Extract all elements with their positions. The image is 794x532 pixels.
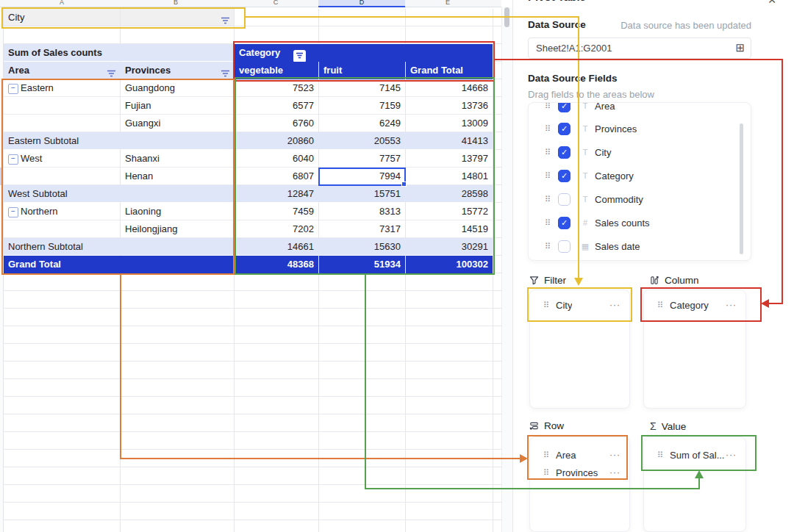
pivot-collabel-fruit[interactable]: fruit bbox=[319, 62, 405, 79]
more-options-icon[interactable]: ··· bbox=[609, 300, 620, 310]
data-source-range-input[interactable]: Sheet2!A1:G2001 ⊞ bbox=[528, 37, 751, 59]
category-filter-icon[interactable] bbox=[293, 50, 306, 62]
sigma-icon: Σ bbox=[650, 420, 657, 432]
collapse-icon[interactable]: − bbox=[8, 154, 18, 165]
more-options-icon[interactable]: ··· bbox=[726, 450, 737, 460]
field-type-icon: T bbox=[580, 102, 590, 110]
column-area-icon bbox=[650, 276, 659, 287]
panel-divider bbox=[512, 0, 513, 532]
collapse-icon[interactable]: − bbox=[8, 84, 18, 94]
filter-icon[interactable] bbox=[107, 66, 116, 79]
column-area-header: Column bbox=[650, 275, 699, 287]
selected-row-indicator bbox=[0, 168, 3, 185]
drag-handle-icon[interactable]: ⠿ bbox=[657, 450, 662, 460]
field-item-sales-date[interactable]: ⠿ ✓ ▦ Sales date bbox=[529, 237, 751, 256]
field-type-icon: T bbox=[580, 148, 590, 157]
pivot-row-field-area[interactable]: Area bbox=[4, 62, 120, 79]
selected-cell[interactable] bbox=[318, 168, 406, 186]
field-checkbox[interactable]: ✓ bbox=[558, 102, 571, 112]
panel-title: Pivot Table bbox=[528, 0, 785, 3]
field-checkbox[interactable]: ✓ bbox=[558, 170, 571, 182]
pivot-row-field-provinces[interactable]: Provinces bbox=[121, 62, 234, 79]
field-checkbox[interactable]: ✓ bbox=[558, 240, 571, 253]
filter-area-icon bbox=[529, 276, 539, 287]
annotation-orange-arrowhead bbox=[520, 454, 528, 463]
range-value[interactable]: Sheet2!A1:G2001 bbox=[536, 38, 612, 58]
field-checkbox[interactable]: ✓ bbox=[558, 193, 571, 206]
cell-city-label[interactable]: City bbox=[4, 9, 120, 26]
row-area-icon bbox=[529, 421, 539, 433]
collapse-icon[interactable]: − bbox=[8, 207, 18, 218]
filter-icon[interactable] bbox=[221, 13, 230, 26]
filter-area-header: Filter bbox=[529, 275, 566, 287]
drag-handle-icon[interactable]: ⠿ bbox=[543, 468, 548, 478]
column-item-category[interactable]: ⠿ Category ··· bbox=[644, 296, 745, 314]
drag-handle-icon[interactable]: ⠿ bbox=[545, 195, 550, 204]
value-area-header: ΣValue bbox=[650, 420, 686, 432]
field-item-sales-counts[interactable]: ⠿ ✓ # Sales counts bbox=[529, 213, 751, 232]
annotation-yellow-arrowhead bbox=[574, 278, 583, 286]
sheet-vertical-scrollbar[interactable] bbox=[501, 7, 512, 532]
filter-icon[interactable] bbox=[221, 66, 230, 79]
column-header-d[interactable]: D bbox=[354, 0, 369, 6]
column-header-e[interactable]: E bbox=[440, 0, 455, 6]
pivot-collabel-vegetable[interactable]: vegetable bbox=[235, 62, 318, 79]
gridline bbox=[493, 9, 493, 532]
drag-handle-icon[interactable]: ⠿ bbox=[545, 124, 550, 134]
annotation-red-arrowhead bbox=[761, 299, 769, 308]
field-type-icon: ▦ bbox=[580, 242, 590, 251]
app-window: A B C D E City Sum of Sales counts Categ… bbox=[0, 0, 794, 532]
drag-handle-icon[interactable]: ⠿ bbox=[545, 171, 550, 181]
select-range-icon[interactable]: ⊞ bbox=[735, 41, 745, 54]
row-item-provinces[interactable]: ⠿ Provinces ··· bbox=[530, 464, 629, 481]
panel-title-bar: Pivot Table ✕ bbox=[526, 0, 785, 6]
fields-scrollbar-thumb[interactable] bbox=[740, 123, 743, 254]
value-item-sum-of-sales[interactable]: ⠿ Sum of Sal... ··· bbox=[644, 446, 745, 464]
field-type-icon: T bbox=[580, 171, 590, 180]
more-options-icon[interactable]: ··· bbox=[726, 300, 737, 310]
pivot-title-cell[interactable]: Sum of Sales counts bbox=[4, 44, 120, 62]
fill-handle[interactable] bbox=[401, 181, 407, 187]
field-item-category[interactable]: ⠿ ✓ T Category bbox=[529, 166, 751, 185]
close-icon[interactable]: ✕ bbox=[768, 0, 776, 6]
field-item-commodity[interactable]: ⠿ ✓ T Commodity bbox=[529, 190, 751, 209]
scrollbar-thumb[interactable] bbox=[504, 7, 509, 27]
field-item-provinces[interactable]: ⠿ ✓ T Provinces bbox=[529, 119, 751, 138]
field-type-icon: T bbox=[580, 124, 590, 133]
row-area-card: ⠿ Area ··· ⠿ Provinces ··· bbox=[529, 436, 630, 532]
filter-item-city[interactable]: ⠿ City ··· bbox=[530, 296, 629, 314]
fields-section-title: Data Source Fields bbox=[528, 73, 618, 84]
field-item-city[interactable]: ⠿ ✓ T City bbox=[529, 143, 751, 162]
row-item-area[interactable]: ⠿ Area ··· bbox=[530, 446, 629, 464]
column-header-b[interactable]: B bbox=[168, 0, 183, 6]
pivot-column-field-cell[interactable]: Category bbox=[235, 44, 493, 62]
column-area-card: ⠿ Category ··· bbox=[643, 290, 746, 409]
drag-handle-icon[interactable]: ⠿ bbox=[543, 301, 548, 310]
field-type-icon: T bbox=[580, 195, 590, 204]
field-item-area[interactable]: ⠿ ✓ T Area bbox=[529, 102, 751, 115]
drag-handle-icon[interactable]: ⠿ bbox=[657, 301, 662, 310]
more-options-icon[interactable]: ··· bbox=[609, 450, 620, 460]
drag-handle-icon[interactable]: ⠿ bbox=[545, 218, 550, 228]
row-area-header: Row bbox=[529, 420, 564, 433]
data-source-label: Data Source bbox=[528, 19, 586, 30]
column-header-c[interactable]: C bbox=[268, 0, 283, 6]
filter-area-card: ⠿ City ··· bbox=[529, 290, 630, 409]
more-options-icon[interactable]: ··· bbox=[609, 467, 620, 478]
drag-handle-icon[interactable]: ⠿ bbox=[545, 102, 550, 111]
drag-handle-icon[interactable]: ⠿ bbox=[545, 148, 550, 157]
pivot-title-cell-spill[interactable] bbox=[121, 44, 234, 62]
data-source-status: Data source has been updated bbox=[620, 20, 751, 31]
drag-handle-icon[interactable]: ⠿ bbox=[545, 242, 550, 251]
drag-handle-icon[interactable]: ⠿ bbox=[543, 450, 548, 460]
cell-city-filter[interactable] bbox=[121, 9, 234, 26]
column-header-strip[interactable]: A B C D E bbox=[0, 0, 501, 7]
column-header-a[interactable]: A bbox=[54, 0, 69, 6]
value-area-card: ⠿ Sum of Sal... ··· bbox=[643, 436, 746, 532]
field-checkbox[interactable]: ✓ bbox=[558, 146, 571, 159]
field-checkbox[interactable]: ✓ bbox=[558, 217, 571, 229]
pivot-collabel-grandtotal[interactable]: Grand Total bbox=[406, 62, 493, 79]
field-checkbox[interactable]: ✓ bbox=[558, 123, 571, 135]
fields-list: ⠿ ✓ T Area ⠿ ✓ T Provinces ⠿ ✓ T City ⠿ … bbox=[528, 102, 751, 261]
field-type-icon: # bbox=[580, 218, 590, 227]
